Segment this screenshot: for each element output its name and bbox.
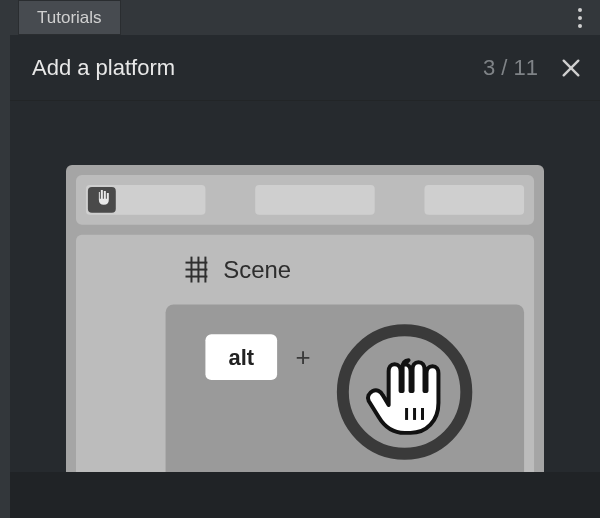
kebab-menu-icon[interactable] [560, 0, 600, 35]
svg-rect-6 [425, 185, 525, 215]
panel-footer [10, 472, 600, 518]
step-counter: 3 / 11 [483, 55, 538, 81]
left-gutter [0, 0, 10, 518]
tab-label: Tutorials [37, 8, 102, 28]
tab-tutorials[interactable]: Tutorials [18, 0, 121, 35]
panel-header: Add a platform 3 / 11 [10, 35, 600, 101]
close-icon[interactable] [560, 57, 582, 79]
tutorial-panel: Add a platform 3 / 11 [10, 35, 600, 518]
scene-label-text: Scene [223, 256, 291, 283]
tutorial-illustration: Scene alt + [66, 165, 544, 518]
panel-title: Add a platform [32, 55, 483, 81]
tab-bar: Tutorials [10, 0, 600, 35]
svg-rect-5 [255, 185, 375, 215]
svg-text:+: + [295, 343, 310, 371]
svg-text:alt: alt [228, 345, 254, 370]
